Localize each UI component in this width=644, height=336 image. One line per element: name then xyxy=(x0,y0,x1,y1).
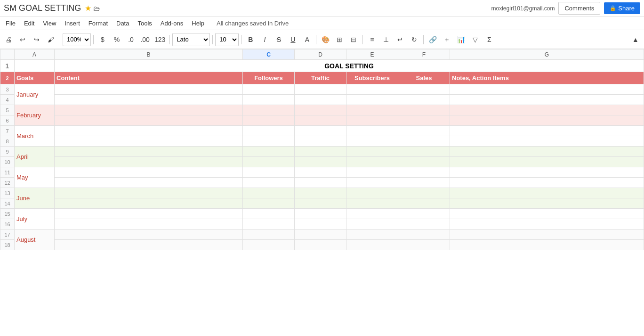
cell-f4[interactable] xyxy=(398,95,450,105)
month-august[interactable]: August xyxy=(15,229,55,250)
col-header-d[interactable]: D xyxy=(295,49,346,60)
cell-e16[interactable] xyxy=(346,219,398,229)
cell-c18[interactable] xyxy=(243,240,295,250)
cell-d7[interactable] xyxy=(295,126,346,136)
month-march[interactable]: March xyxy=(15,126,55,147)
cell-g14[interactable] xyxy=(450,198,644,209)
cell-f12[interactable] xyxy=(398,178,450,188)
cell-e8[interactable] xyxy=(346,136,398,147)
cell-c10[interactable] xyxy=(243,157,295,167)
month-july[interactable]: July xyxy=(15,209,55,229)
cell-g6[interactable] xyxy=(450,115,644,126)
cell-g18[interactable] xyxy=(450,240,644,250)
cell-c12[interactable] xyxy=(243,178,295,188)
cell-e15[interactable] xyxy=(346,209,398,219)
cell-c5[interactable] xyxy=(243,105,295,115)
cell-e9[interactable] xyxy=(346,147,398,157)
cell-c3[interactable] xyxy=(243,84,295,95)
month-april[interactable]: April xyxy=(15,147,55,167)
cell-d14[interactable] xyxy=(295,198,346,209)
cell-f16[interactable] xyxy=(398,219,450,229)
folder-icon[interactable]: 🗁 xyxy=(93,5,100,12)
menu-edit[interactable]: Edit xyxy=(20,18,38,28)
paint-format-icon[interactable]: 🖌 xyxy=(44,33,57,46)
font-select[interactable]: Lato xyxy=(172,33,210,46)
cell-e7[interactable] xyxy=(346,126,398,136)
cell-d4[interactable] xyxy=(295,95,346,105)
cell-e5[interactable] xyxy=(346,105,398,115)
menu-insert[interactable]: Insert xyxy=(61,18,84,28)
cell-e4[interactable] xyxy=(346,95,398,105)
cell-e14[interactable] xyxy=(346,198,398,209)
header-followers[interactable]: Followers xyxy=(243,72,295,84)
header-subscribers[interactable]: Subscribers xyxy=(346,72,398,84)
cell-e10[interactable] xyxy=(346,157,398,167)
cell-f10[interactable] xyxy=(398,157,450,167)
number-format-btn[interactable]: 123 xyxy=(153,33,167,46)
italic-button[interactable]: I xyxy=(258,33,271,46)
strikethrough-button[interactable]: S xyxy=(272,33,285,46)
cell-e12[interactable] xyxy=(346,178,398,188)
cell-b6[interactable] xyxy=(55,115,243,126)
cell-b10[interactable] xyxy=(55,157,243,167)
cell-b4[interactable] xyxy=(55,95,243,105)
cell-f13[interactable] xyxy=(398,188,450,198)
cell-b5[interactable] xyxy=(55,105,243,115)
cell-e13[interactable] xyxy=(346,188,398,198)
text-rotate-icon[interactable]: ↻ xyxy=(408,33,421,46)
cell-e11[interactable] xyxy=(346,167,398,178)
cell-d12[interactable] xyxy=(295,178,346,188)
cell-c9[interactable] xyxy=(243,147,295,157)
cell-f6[interactable] xyxy=(398,115,450,126)
borders-icon[interactable]: ⊞ xyxy=(333,33,346,46)
cell-g12[interactable] xyxy=(450,178,644,188)
cell-d15[interactable] xyxy=(295,209,346,219)
cell-b11[interactable] xyxy=(55,167,243,178)
cell-b7[interactable] xyxy=(55,126,243,136)
text-wrap-icon[interactable]: ↵ xyxy=(394,33,407,46)
menu-tools[interactable]: Tools xyxy=(134,18,155,28)
cell-g5[interactable] xyxy=(450,105,644,115)
align-left-icon[interactable]: ≡ xyxy=(365,33,378,46)
cell-e17[interactable] xyxy=(346,229,398,240)
menu-addons[interactable]: Add-ons xyxy=(157,18,187,28)
cell-b13[interactable] xyxy=(55,188,243,198)
month-may[interactable]: May xyxy=(15,167,55,188)
comment-icon[interactable]: + xyxy=(440,33,453,46)
cell-d6[interactable] xyxy=(295,115,346,126)
col-header-f[interactable]: F xyxy=(398,49,450,60)
cell-f5[interactable] xyxy=(398,105,450,115)
header-content[interactable]: Content xyxy=(55,72,243,84)
menu-file[interactable]: File xyxy=(2,18,19,28)
cell-b18[interactable] xyxy=(55,240,243,250)
cell-c4[interactable] xyxy=(243,95,295,105)
cell-g9[interactable] xyxy=(450,147,644,157)
menu-help[interactable]: Help xyxy=(188,18,208,28)
cell-c7[interactable] xyxy=(243,126,295,136)
title-cell[interactable]: GOAL SETTING xyxy=(55,60,644,72)
cell-d16[interactable] xyxy=(295,219,346,229)
title-cell-a1[interactable] xyxy=(15,60,55,72)
cell-d9[interactable] xyxy=(295,147,346,157)
menu-view[interactable]: View xyxy=(39,18,60,28)
cell-f3[interactable] xyxy=(398,84,450,95)
header-traffic[interactable]: Traffic xyxy=(295,72,346,84)
underline-button[interactable]: U xyxy=(286,33,299,46)
cell-f9[interactable] xyxy=(398,147,450,157)
print-icon[interactable]: 🖨 xyxy=(2,33,15,46)
cell-c14[interactable] xyxy=(243,198,295,209)
menu-format[interactable]: Format xyxy=(85,18,112,28)
cell-g10[interactable] xyxy=(450,157,644,167)
header-goals[interactable]: Goals xyxy=(15,72,55,84)
bold-button[interactable]: B xyxy=(244,33,257,46)
cell-g4[interactable] xyxy=(450,95,644,105)
comments-button[interactable]: Comments xyxy=(558,2,600,15)
cell-f11[interactable] xyxy=(398,167,450,178)
menu-data[interactable]: Data xyxy=(113,18,133,28)
cell-b9[interactable] xyxy=(55,147,243,157)
header-sales[interactable]: Sales xyxy=(398,72,450,84)
cell-d13[interactable] xyxy=(295,188,346,198)
currency-icon[interactable]: $ xyxy=(96,33,109,46)
cell-f14[interactable] xyxy=(398,198,450,209)
redo-icon[interactable]: ↪ xyxy=(30,33,43,46)
